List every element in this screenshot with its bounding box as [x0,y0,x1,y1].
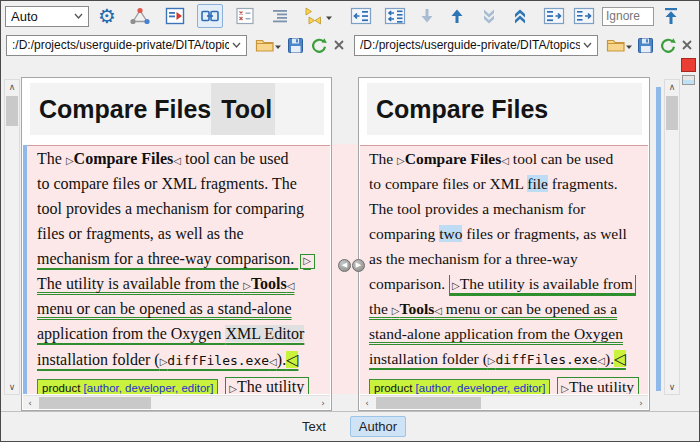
element-marker-icon: ▷ [300,254,315,269]
ignore-nodes-button[interactable] [232,4,258,28]
view-mode-tabbar: Text Author [1,411,699,441]
element-marker-icon: ◁ [434,305,442,316]
double-arrow-up-icon [511,6,529,26]
chevron-down-icon [74,13,83,19]
element-marker-icon: ◁ [501,155,509,166]
copy-change-right-icon [573,6,595,26]
synchronized-scrolling-button[interactable] [197,4,223,28]
right-save-button[interactable] [637,34,654,56]
merge-strip [332,77,358,396]
right-file-path-select[interactable]: /D:/projects/userguide-private/DITA/topi… [354,35,598,56]
first-difference-up-button[interactable] [509,4,531,28]
last-difference-button[interactable] [478,4,500,28]
overview-differences-marker[interactable] [681,58,696,72]
ignore-nodes-icon [235,6,255,26]
left-document-content[interactable]: The ▷Compare Files◁ tool can be usedto c… [23,145,330,394]
save-icon [637,37,654,54]
scroll-down-button[interactable]: ∨ [665,380,679,394]
arrow-up-bar-icon [662,6,680,26]
left-close-button[interactable] [332,34,346,56]
text-segment: files or fragments, as well [462,225,626,242]
main-toolbar: Auto ⚙ [1,1,699,31]
first-difference-button[interactable] [660,4,682,28]
document-line: as the mechanism for a three-way [369,250,648,275]
perform-comparison-button[interactable] [162,4,188,28]
left-vertical-scrollbar[interactable]: ∧ ∨ [4,79,20,395]
copy-change-to-right-button-inline[interactable]: ▶ [352,259,365,272]
right-horizontal-scrollbar[interactable]: ‹ › [360,395,648,409]
algorithm-settings-button[interactable] [127,4,153,28]
scrollbar-thumb[interactable] [6,96,18,126]
text-segment: the [369,300,392,317]
text-segment: The utility is available from [460,275,633,292]
copy-all-right-icon [543,6,565,26]
right-document-pane[interactable]: Compare Files The ▷Compare Files◁ tool c… [358,77,650,411]
word-level-comparison-button[interactable] [302,4,324,28]
scrollbar-thumb[interactable] [39,397,151,409]
right-vertical-scrollbar[interactable]: ∧ ∨ [664,79,680,395]
text-segment: ◁ [614,350,626,367]
right-file-path: /D:/projects/userguide-private/DITA/topi… [360,38,580,52]
copy-all-to-right-button[interactable] [541,4,567,28]
copy-change-to-right-button[interactable] [571,4,597,28]
tab-author[interactable]: Author [350,416,406,437]
format-indent-button[interactable] [267,4,293,28]
left-reload-button[interactable] [309,34,327,56]
left-open-file-button[interactable] [255,34,274,56]
right-close-button[interactable] [680,34,694,56]
copy-all-to-left-button[interactable] [348,4,374,28]
tab-text[interactable]: Text [294,417,334,436]
perform-comparison-icon [165,6,185,26]
left-document-pane[interactable]: Compare Files Tool The ▷Compare Files◁ t… [21,77,332,411]
file-path-bar: :/D:/projects/userguide-private/DITA/top… [1,31,699,59]
right-reload-button[interactable] [658,34,676,56]
arrow-up-icon [448,6,466,26]
scroll-left-button[interactable]: ‹ [23,396,37,410]
overview-ruler-legend-icon[interactable] [682,75,695,85]
folder-icon [606,37,625,53]
scrollbar-thumb[interactable] [666,96,678,130]
copy-change-to-left-button-inline[interactable]: ◀ [338,259,351,272]
document-line: product [author, developer, editor]▷The … [37,375,330,394]
overview-change-bar [656,87,661,391]
scroll-up-button[interactable]: ∧ [5,80,19,94]
scroll-down-button[interactable]: ∨ [5,380,19,394]
previous-difference-button[interactable] [446,4,468,28]
left-open-dropdown-button[interactable] [274,36,282,54]
text-segment: Compare Files [74,150,174,167]
element-marker-icon: ▷ [488,355,496,366]
right-open-dropdown-button[interactable] [625,36,633,54]
document-line: tool provides a mechanism for comparing [37,200,330,225]
document-line: installation folder (▷diffFiles.exe◁).◁ [369,350,648,375]
text-segment: comparing [369,225,439,242]
inserted-fragment-box: ▷The utility is available from [449,275,636,294]
element-marker-icon: ▷ [66,155,74,166]
next-difference-button[interactable] [416,4,438,28]
left-save-button[interactable] [287,34,304,56]
chevron-down-icon [232,42,241,48]
text-segment: mechanism for a three-way comparison. [37,250,298,267]
scroll-right-button[interactable]: › [316,396,330,410]
right-open-file-button[interactable] [606,34,625,56]
scroll-left-button[interactable]: ‹ [360,396,374,410]
element-marker-icon: ◁ [173,155,181,166]
left-horizontal-scrollbar[interactable]: ‹ › [23,395,330,409]
scrollbar-thumb[interactable] [376,397,481,409]
scroll-up-button[interactable]: ∧ [665,80,679,94]
text-segment: Compare Files [405,150,502,167]
document-line: The utility is available from the ▷Tools… [37,275,330,300]
text-segment: as the mechanism for a three-way [369,250,578,267]
gear-icon: ⚙ [98,6,116,26]
copy-changes-to-left-button[interactable] [382,4,408,28]
right-document-content[interactable]: The ▷Compare Files◁ tool can be usedto c… [360,145,648,394]
diff-mode-select[interactable]: Auto [5,6,89,27]
diff-options-button[interactable]: ⚙ [94,4,120,28]
text-segment: two [439,225,462,242]
text-segment: file [527,175,548,192]
left-file-path-select[interactable]: :/D:/projects/userguide-private/DITA/top… [6,35,247,56]
element-marker-icon: ▷ [243,280,251,291]
text-segment: tool can be used [181,150,289,167]
scroll-right-button[interactable]: › [634,396,648,410]
word-level-dropdown-button[interactable] [325,7,334,25]
ignore-input[interactable] [602,7,654,26]
